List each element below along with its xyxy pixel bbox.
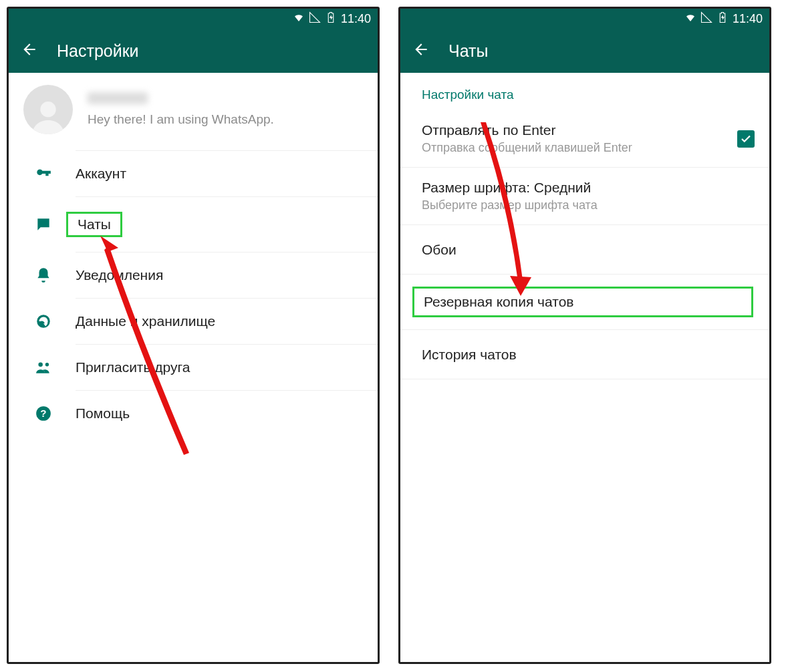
wifi-icon (293, 11, 305, 27)
setting-subtitle: Выберите размер шрифта чата (422, 198, 753, 212)
battery-icon (325, 11, 337, 27)
checkbox-checked[interactable] (737, 130, 755, 148)
setting-title: Обои (422, 242, 753, 258)
menu-item-notifications[interactable]: Уведомления (76, 252, 378, 298)
status-bar: 11:40 (9, 9, 378, 29)
signal-icon (309, 11, 321, 27)
highlight-box: Резервная копия чатов (412, 287, 753, 317)
menu-item-label: Данные и хранилище (76, 313, 215, 329)
wifi-icon (684, 11, 696, 27)
settings-menu: Аккаунт Чаты Уведомления Данные и хранил… (9, 150, 378, 436)
back-button[interactable] (412, 41, 430, 61)
phone-chats-settings: 11:40 Чаты Настройки чата Отправлять по … (398, 7, 771, 664)
help-icon: ? (34, 404, 53, 423)
settings-content: Hey there! I am using WhatsApp. Аккаунт … (9, 73, 378, 662)
menu-item-chats[interactable]: Чаты (76, 196, 378, 252)
menu-item-label: Чаты (78, 216, 111, 232)
profile-name-blurred (88, 92, 148, 104)
status-time: 11:40 (733, 12, 763, 26)
signal-icon (700, 11, 712, 27)
menu-item-label: Аккаунт (76, 166, 126, 182)
avatar (23, 85, 73, 134)
menu-item-help[interactable]: ? Помощь (76, 390, 378, 436)
setting-title: История чатов (422, 347, 753, 363)
svg-point-1 (38, 362, 43, 367)
status-bar: 11:40 (400, 9, 769, 29)
svg-point-0 (40, 102, 55, 117)
setting-font-size[interactable]: Размер шрифта: Средний Выберите размер ш… (400, 168, 769, 225)
setting-enter-send[interactable]: Отправлять по Enter Отправка сообщений к… (400, 110, 769, 168)
setting-subtitle: Отправка сообщений клавишей Enter (422, 141, 753, 155)
setting-history[interactable]: История чатов (400, 330, 769, 379)
bell-icon (34, 266, 53, 285)
invite-icon (34, 358, 53, 377)
setting-title: Резервная копия чатов (424, 294, 573, 309)
svg-point-2 (45, 363, 49, 366)
appbar: Настройки (9, 29, 378, 73)
profile-row[interactable]: Hey there! I am using WhatsApp. (9, 73, 378, 150)
section-header: Настройки чата (400, 73, 769, 110)
menu-item-label: Уведомления (76, 267, 163, 283)
setting-wallpaper[interactable]: Обои (400, 225, 769, 275)
data-icon (34, 312, 53, 331)
menu-item-invite[interactable]: Пригласить друга (76, 344, 378, 390)
back-button[interactable] (21, 41, 38, 61)
setting-backup[interactable]: Резервная копия чатов (400, 275, 769, 330)
status-time: 11:40 (341, 12, 371, 26)
menu-item-label: Пригласить друга (76, 359, 190, 375)
setting-title: Отправлять по Enter (422, 122, 753, 138)
appbar: Чаты (400, 29, 769, 73)
svg-text:?: ? (40, 407, 46, 419)
menu-item-account[interactable]: Аккаунт (76, 150, 378, 196)
setting-title: Размер шрифта: Средний (422, 180, 753, 196)
phone-settings: 11:40 Настройки Hey there! I am using Wh… (7, 7, 380, 664)
page-title: Чаты (448, 41, 488, 61)
menu-item-label: Помощь (76, 405, 130, 422)
chats-settings-content: Настройки чата Отправлять по Enter Отпра… (400, 73, 769, 662)
profile-text: Hey there! I am using WhatsApp. (88, 92, 363, 127)
highlight-box: Чаты (66, 212, 122, 237)
chat-icon (34, 215, 53, 234)
key-icon (34, 164, 53, 183)
page-title: Настройки (57, 41, 139, 61)
menu-item-data[interactable]: Данные и хранилище (76, 298, 378, 344)
battery-icon (716, 11, 729, 27)
profile-status: Hey there! I am using WhatsApp. (88, 112, 363, 127)
